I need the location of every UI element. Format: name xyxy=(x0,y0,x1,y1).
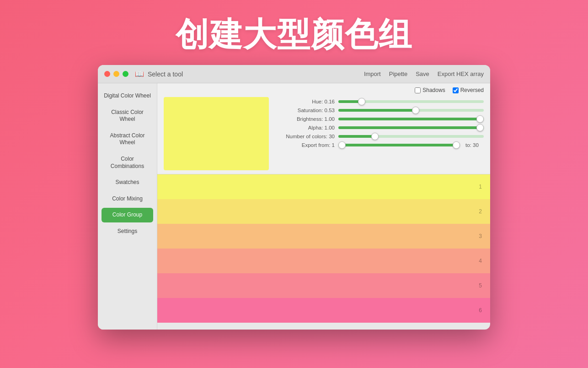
sidebar-item-color-mixing[interactable]: Color Mixing xyxy=(98,191,157,207)
swatch-number-6: 6 xyxy=(479,307,482,314)
swatch-row-3[interactable]: 3 xyxy=(157,224,490,249)
book-icon: 📖 xyxy=(135,70,144,78)
sidebar-item-digital-color-wheel[interactable]: Digital Color Wheel xyxy=(98,88,157,104)
alpha-slider-track[interactable] xyxy=(338,126,484,129)
import-button[interactable]: Import xyxy=(364,70,381,77)
sidebar: Digital Color Wheel Classic Color Wheel … xyxy=(98,83,157,330)
checkbox-row: Shadows Reversed xyxy=(164,87,484,93)
export-from-label: Export from: 1 xyxy=(275,142,335,148)
sidebar-item-color-group[interactable]: Color Group xyxy=(102,208,153,222)
color-preview xyxy=(164,97,269,170)
maximize-button[interactable] xyxy=(123,71,128,77)
swatch-number-4: 4 xyxy=(479,258,482,264)
main-panel: Shadows Reversed Hue: 0.16 xyxy=(157,83,490,330)
select-tool-label: Select a tool xyxy=(148,70,183,78)
swatch-number-3: 3 xyxy=(479,233,482,239)
sidebar-item-classic-color-wheel[interactable]: Classic Color Wheel xyxy=(98,104,157,128)
reversed-checkbox[interactable] xyxy=(453,87,459,93)
brightness-slider-row: Brightness: 1.00 xyxy=(275,116,484,122)
swatch-color-3 xyxy=(157,224,490,249)
controls-area: Shadows Reversed Hue: 0.16 xyxy=(157,83,490,174)
reversed-label: Reversed xyxy=(460,87,484,93)
brightness-label: Brightness: 1.00 xyxy=(275,116,335,122)
shadows-label: Shadows xyxy=(422,87,445,93)
num-colors-label: Number of colors: 30 xyxy=(275,134,335,139)
alpha-slider-row: Alpha: 1.00 xyxy=(275,125,484,130)
app-window: 📖 Select a tool Import Pipette Save Expo… xyxy=(98,65,490,330)
alpha-label: Alpha: 1.00 xyxy=(275,125,335,130)
swatch-row-1[interactable]: 1 xyxy=(157,174,490,199)
saturation-label: Saturation: 0.53 xyxy=(275,108,335,113)
shadows-checkbox[interactable] xyxy=(415,87,421,93)
title-bar: 📖 Select a tool Import Pipette Save Expo… xyxy=(98,65,490,83)
swatch-color-1 xyxy=(157,174,490,199)
toolbar-center: 📖 Select a tool xyxy=(135,70,364,78)
app-body: Digital Color Wheel Classic Color Wheel … xyxy=(98,83,490,330)
sidebar-item-color-combinations[interactable]: Color Combinations xyxy=(98,151,157,174)
pipette-button[interactable]: Pipette xyxy=(389,70,407,77)
brightness-slider-track[interactable] xyxy=(338,118,484,120)
close-button[interactable] xyxy=(104,71,110,77)
hue-label: Hue: 0.16 xyxy=(275,99,335,104)
export-to-label: to: 30 xyxy=(465,142,484,148)
sidebar-item-swatches[interactable]: Swatches xyxy=(98,174,157,191)
swatch-row-2[interactable]: 2 xyxy=(157,199,490,224)
export-hex-button[interactable]: Export HEX array xyxy=(438,70,484,77)
sliders-and-preview: Hue: 0.16 Saturation: 0.53 xyxy=(164,97,484,170)
sliders-panel: Hue: 0.16 Saturation: 0.53 xyxy=(275,97,484,170)
reversed-checkbox-label[interactable]: Reversed xyxy=(453,87,484,93)
swatch-color-2 xyxy=(157,199,490,224)
swatch-row-5[interactable]: 5 xyxy=(157,273,490,298)
swatches-area[interactable]: 1 2 3 4 5 xyxy=(157,174,490,330)
saturation-slider-row: Saturation: 0.53 xyxy=(275,108,484,113)
saturation-slider-track[interactable] xyxy=(338,109,484,112)
num-colors-slider-track[interactable] xyxy=(338,135,484,138)
export-range-row: Export from: 1 to: 30 xyxy=(275,142,484,148)
hero-title: 创建大型颜色组 xyxy=(176,13,412,57)
toolbar-right: Import Pipette Save Export HEX array xyxy=(364,70,484,77)
sidebar-item-abstract-color-wheel[interactable]: Abstract Color Wheel xyxy=(98,128,157,151)
swatch-color-4 xyxy=(157,249,490,273)
shadows-checkbox-label[interactable]: Shadows xyxy=(415,87,445,93)
swatch-row-6[interactable]: 6 xyxy=(157,298,490,323)
swatch-row-4[interactable]: 4 xyxy=(157,249,490,273)
swatch-number-5: 5 xyxy=(479,282,482,289)
minimize-button[interactable] xyxy=(113,71,119,77)
sidebar-item-settings[interactable]: Settings xyxy=(98,223,157,240)
swatch-number-2: 2 xyxy=(479,208,482,215)
traffic-lights xyxy=(104,71,128,77)
hue-slider-row: Hue: 0.16 xyxy=(275,99,484,104)
hue-slider-track[interactable] xyxy=(338,100,484,103)
swatch-number-1: 1 xyxy=(479,184,482,190)
save-button[interactable]: Save xyxy=(416,70,429,77)
swatch-color-6 xyxy=(157,298,490,323)
export-range-track[interactable] xyxy=(338,144,460,146)
swatch-color-5 xyxy=(157,273,490,298)
num-colors-slider-row: Number of colors: 30 xyxy=(275,134,484,139)
